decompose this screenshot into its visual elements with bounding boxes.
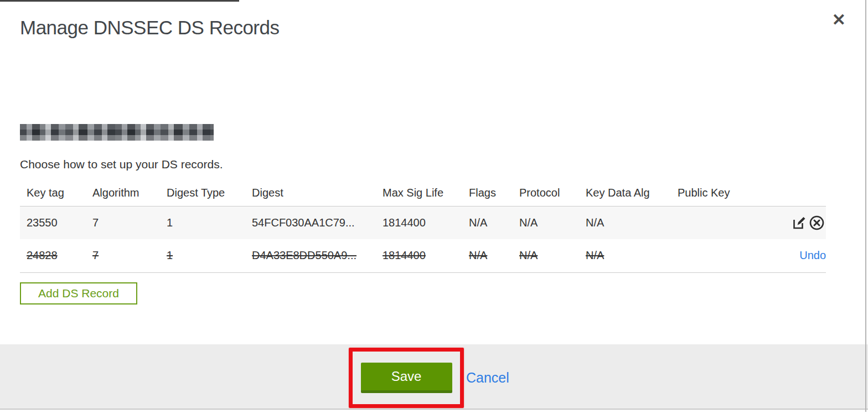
cell-digest-type: 1 [167,206,252,239]
col-header-digest: Digest [252,180,383,206]
add-ds-record-button[interactable]: Add DS Record [20,282,137,304]
edit-icon[interactable] [790,215,808,230]
instruction-text: Choose how to set up your DS records. [20,157,848,172]
cell-key-data-alg: N/A [586,239,678,272]
cell-public-key [678,239,781,272]
undo-link[interactable]: Undo [799,249,826,261]
window-edge-artifact [0,0,239,2]
cell-digest: D4A33E8DD550A9... [252,239,383,272]
col-header-actions [781,180,826,206]
col-header-public-key: Public Key [678,180,781,206]
cell-flags: N/A [469,239,519,272]
table-row: 23550 7 1 54FCF030AA1C79... 1814400 N/A … [20,206,826,239]
cell-max-sig-life: 1814400 [383,206,469,239]
cell-algorithm: 7 [92,239,167,272]
domain-name-redacted [20,124,214,141]
col-header-flags: Flags [469,180,519,206]
col-header-algorithm: Algorithm [92,180,167,206]
row-actions: Undo [781,239,826,272]
cell-algorithm: 7 [92,206,167,239]
cell-key-tag: 24828 [20,239,92,272]
cell-flags: N/A [469,206,519,239]
cell-key-tag: 23550 [20,206,92,239]
cancel-link[interactable]: Cancel [466,370,509,386]
dnssec-modal-page: { "modal": { "title": "Manage DNSSEC DS … [0,0,868,413]
cell-digest-type: 1 [167,239,252,272]
save-button[interactable]: Save [361,363,452,393]
col-header-protocol: Protocol [519,180,586,206]
ds-records-table: Key tag Algorithm Digest Type Digest Max… [20,180,826,273]
modal-footer: Save Cancel [0,344,868,410]
page-title: Manage DNSSEC DS Records [20,16,848,40]
cell-digest: 54FCF030AA1C79... [252,206,383,239]
col-header-key-tag: Key tag [20,180,92,206]
cell-key-data-alg: N/A [586,206,678,239]
col-header-max-sig-life: Max Sig Life [383,180,469,206]
table-row-deleted: 24828 7 1 D4A33E8DD550A9... 1814400 N/A … [20,239,826,272]
row-actions [781,206,826,239]
cell-protocol: N/A [519,239,586,272]
modal-body: Manage DNSSEC DS Records Choose how to s… [0,16,868,304]
col-header-digest-type: Digest Type [167,180,252,206]
col-header-key-data-alg: Key Data Alg [586,180,678,206]
cell-max-sig-life: 1814400 [383,239,469,272]
close-icon[interactable]: ✕ [829,11,849,29]
cell-protocol: N/A [519,206,586,239]
annotation-red-box: Save [349,348,464,408]
window-right-border [865,0,866,412]
remove-icon[interactable] [808,215,826,231]
cell-public-key [678,206,781,239]
table-header-row: Key tag Algorithm Digest Type Digest Max… [20,180,826,206]
